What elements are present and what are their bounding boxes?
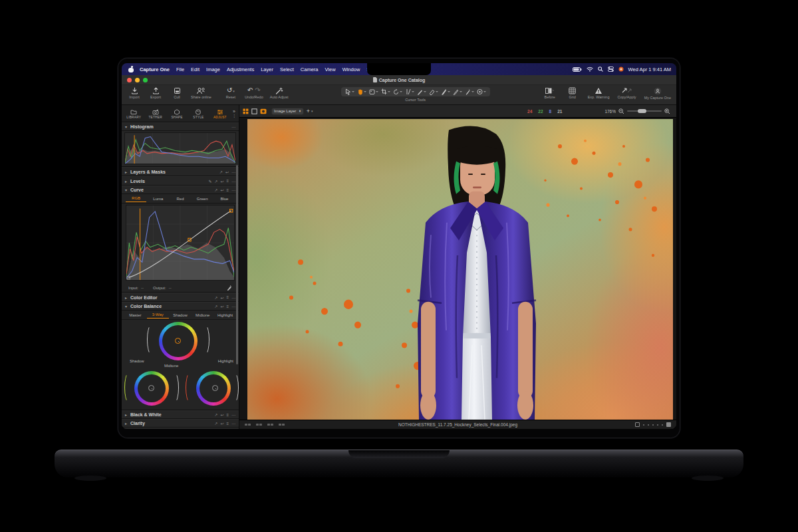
status-icon-3[interactable] [267, 424, 273, 426]
image-canvas-area[interactable] [239, 118, 676, 420]
export-button[interactable]: Export [148, 87, 163, 99]
pan-hand-tool-icon[interactable] [356, 88, 367, 95]
copy-adjustments-icon[interactable]: ↗ [214, 412, 217, 417]
panel-more-icon[interactable]: ⋯ [231, 412, 235, 417]
zoom-in-icon[interactable] [664, 105, 670, 117]
draw-mask-tool-icon[interactable] [416, 88, 427, 95]
panel-header-levels[interactable]: ▸ Levels ✎↗↩≡⋯ [122, 176, 239, 186]
panel-more-icon[interactable]: ⋯ [231, 124, 235, 129]
reset-panel-icon[interactable]: ↩ [220, 295, 223, 300]
zoom-slider-handle[interactable] [638, 109, 646, 113]
menu-image[interactable]: Image [203, 66, 223, 72]
curve-tab-red[interactable]: Red [170, 196, 190, 202]
before-after-button[interactable]: Before [543, 87, 557, 104]
reset-panel-icon[interactable]: ↩ [225, 170, 229, 174]
menu-window[interactable]: Window [339, 66, 364, 72]
tab-library[interactable]: LIBRARY [123, 108, 144, 119]
curve-tab-rgb[interactable]: RGB [126, 195, 146, 202]
cb-tab-master[interactable]: Master [124, 312, 146, 319]
copy-adjustments-icon[interactable]: ↗ [214, 188, 217, 192]
panel-header-curve[interactable]: ▾ Curve ↗↩≡⋯ [122, 186, 239, 194]
apple-menu-icon[interactable] [128, 66, 134, 72]
exposure-warning-button[interactable]: Exp. Warning [588, 87, 610, 104]
crop-tool-icon[interactable] [380, 88, 391, 95]
curve-tab-green[interactable]: Green [192, 196, 213, 202]
cb-tab-midtone[interactable]: Midtone [192, 312, 213, 319]
auto-adjust-button[interactable]: Auto Adjust [270, 87, 289, 99]
cb-tab-highlight[interactable]: Highlight [214, 312, 236, 319]
curve-picker-icon[interactable] [227, 285, 232, 291]
panel-more-icon[interactable]: ⋯ [231, 188, 235, 192]
midtone-lightness-slider[interactable] [201, 325, 209, 354]
menu-view[interactable]: View [322, 66, 339, 72]
add-layer-button[interactable]: +▾ [307, 108, 313, 114]
panel-more-icon[interactable]: ⋯ [231, 304, 235, 309]
highlight-saturation-slider[interactable] [186, 373, 194, 402]
reset-panel-icon[interactable]: ↩ [220, 304, 223, 309]
clone-tool-icon[interactable] [452, 88, 463, 95]
menu-select[interactable]: Select [277, 66, 297, 72]
panel-header-color-editor[interactable]: ▸ Color Editor ↗↩≡⋯ [122, 293, 239, 302]
status-icon-4[interactable] [279, 424, 285, 426]
presets-icon[interactable]: ≡ [226, 188, 229, 192]
curve-tab-blue[interactable]: Blue [214, 196, 235, 202]
reset-panel-icon[interactable]: ↩ [220, 421, 223, 426]
tab-options-icon[interactable]: ⋮ [232, 114, 236, 118]
close-window-button[interactable] [127, 78, 132, 82]
tab-adjust[interactable]: ADJUST [209, 108, 231, 119]
midtone-saturation-slider[interactable] [147, 325, 155, 354]
straighten-tool-icon[interactable] [404, 88, 415, 95]
cull-button[interactable]: Cull [170, 87, 184, 99]
copy-adjustments-icon[interactable]: ↗ [219, 170, 223, 174]
capture-one-menubar-icon[interactable] [618, 66, 624, 72]
menu-adjustments[interactable]: Adjustments [223, 66, 257, 72]
highlight-lightness-slider[interactable] [231, 373, 239, 402]
menu-app-name[interactable]: Capture One [136, 66, 173, 72]
tools-scroll-area[interactable]: ▾ Histogram ⋯ [122, 122, 239, 429]
rating-dot[interactable] [662, 424, 663, 426]
panel-header-clarity[interactable]: ▸ Clarity ↗↩≡⋯ [122, 419, 239, 428]
panel-more-icon[interactable]: ⋯ [231, 179, 235, 184]
panel-header-color-balance[interactable]: ▾ Color Balance ↗↩≡⋯ [122, 302, 239, 311]
zoom-level[interactable]: 176% [604, 109, 616, 114]
presets-icon[interactable]: ≡ [226, 422, 229, 426]
erase-mask-tool-icon[interactable] [428, 88, 439, 95]
multi-view-icon[interactable] [243, 105, 249, 117]
curve-tab-luma[interactable]: Luma [148, 196, 168, 202]
panel-header-layers[interactable]: ▸ Layers & Masks ↗↩⋯ [122, 167, 239, 176]
rating-dot[interactable] [648, 424, 649, 426]
import-button[interactable]: Import [127, 87, 142, 99]
wifi-icon[interactable] [587, 66, 593, 72]
reset-panel-icon[interactable]: ↩ [220, 412, 223, 417]
cb-tab-3way[interactable]: 3-Way [147, 311, 169, 319]
menu-file[interactable]: File [173, 66, 188, 72]
status-icon-2[interactable] [256, 424, 262, 426]
photo-preview[interactable] [247, 119, 673, 420]
rating-dot[interactable] [643, 424, 644, 426]
reset-panel-icon[interactable]: ↩ [220, 188, 223, 192]
panel-more-icon[interactable]: ⋯ [231, 295, 235, 300]
zoom-out-icon[interactable] [618, 105, 624, 117]
select-cursor-tool-icon[interactable] [344, 88, 355, 95]
minimize-window-button[interactable] [135, 78, 140, 82]
heal-tool-icon[interactable] [440, 88, 451, 95]
presets-icon[interactable]: ≡ [226, 295, 229, 299]
tab-style[interactable]: STYLE [188, 108, 209, 119]
rotation-tool-icon[interactable] [392, 88, 403, 95]
proof-view-icon[interactable] [260, 105, 267, 117]
spot-removal-tool-icon[interactable] [464, 88, 475, 95]
fullscreen-window-button[interactable] [143, 78, 148, 82]
copy-apply-button[interactable]: Copy/Apply [617, 87, 636, 104]
rating-dot[interactable] [657, 424, 658, 426]
share-online-button[interactable]: Share online [191, 87, 211, 99]
battery-icon[interactable] [573, 67, 582, 72]
sidebar-scrollbar[interactable] [236, 165, 238, 364]
panel-header-histogram[interactable]: ▾ Histogram ⋯ [122, 122, 239, 131]
menu-layer[interactable]: Layer [257, 66, 277, 72]
copy-adjustments-icon[interactable]: ↗ [214, 179, 217, 184]
cb-tab-shadow[interactable]: Shadow [170, 312, 192, 319]
orientation-tool-icon[interactable] [368, 88, 379, 95]
reset-panel-icon[interactable]: ↩ [220, 179, 223, 184]
panel-more-icon[interactable]: ⋯ [231, 421, 235, 426]
shadow-lightness-slider[interactable] [171, 373, 179, 402]
